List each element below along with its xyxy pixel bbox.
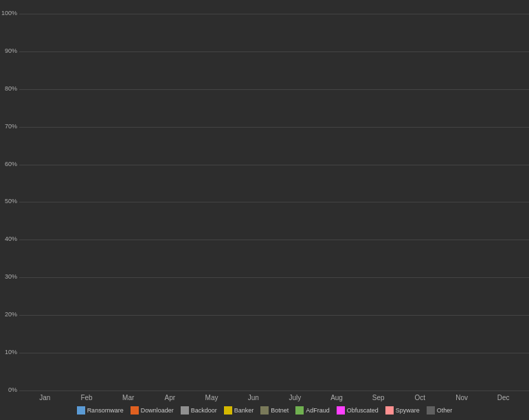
grid-label: 30% — [0, 273, 17, 280]
x-axis-label: Jan — [25, 391, 65, 404]
x-axis-label: Dec — [483, 391, 524, 404]
x-axis-label: July — [275, 391, 315, 404]
legend-label: Obfuscated — [347, 407, 379, 414]
legend-item: Downloader — [131, 406, 174, 415]
x-axis-label: Apr — [150, 391, 190, 404]
legend-label: AdFraud — [306, 407, 330, 414]
legend-color-box — [77, 406, 85, 415]
legend-color-box — [260, 406, 269, 415]
x-axis-label: May — [192, 391, 232, 404]
legend-label: Botnet — [271, 407, 289, 414]
grid-label: 50% — [0, 198, 17, 205]
grid-label: 0% — [0, 386, 17, 393]
legend-color-box — [385, 406, 394, 415]
legend-item: Ransomware — [77, 406, 124, 415]
legend-label: Backdoor — [191, 407, 217, 414]
legend-item: AdFraud — [295, 406, 330, 415]
grid-label: 60% — [0, 161, 17, 167]
grid-label: 20% — [0, 311, 17, 318]
x-axis: JanFebMarAprMayJunJulyAugSepOctNovDec — [19, 391, 529, 404]
chart-area: 100%90%80%70%60%50%40%30%20%10%0% JanFeb… — [0, 11, 529, 404]
x-axis-label: Aug — [317, 391, 357, 404]
grid-label: 80% — [0, 85, 17, 92]
x-axis-label: Oct — [400, 391, 440, 404]
legend-item: Spyware — [385, 406, 420, 415]
chart-container: 100%90%80%70%60%50%40%30%20%10%0% JanFeb… — [0, 0, 529, 420]
grid-label: 90% — [0, 47, 17, 54]
legend-item: Obfuscated — [337, 406, 379, 415]
legend-color-box — [427, 406, 435, 415]
bars-area — [19, 14, 529, 391]
grid-label: 40% — [0, 235, 17, 242]
legend-color-box — [224, 406, 232, 415]
grid-and-bars: 100%90%80%70%60%50%40%30%20%10%0% — [19, 14, 529, 391]
legend-color-box — [295, 406, 304, 415]
legend-item: Banker — [224, 406, 254, 415]
legend-item: Botnet — [260, 406, 289, 415]
legend-color-box — [181, 406, 189, 415]
legend: RansomwareDownloaderBackdoorBankerBotnet… — [0, 404, 529, 420]
x-axis-label: Sep — [358, 391, 398, 404]
grid-label: 10% — [0, 349, 17, 355]
y-axis-label — [0, 11, 19, 404]
grid-label: 100% — [0, 10, 17, 16]
grid-label: 70% — [0, 123, 17, 130]
legend-label: Downloader — [141, 407, 174, 414]
legend-label: Other — [437, 407, 453, 414]
legend-item: Backdoor — [181, 406, 217, 415]
x-axis-label: Nov — [442, 391, 482, 404]
x-axis-label: Jun — [233, 391, 273, 404]
legend-label: Spyware — [396, 407, 420, 414]
chart-inner: 100%90%80%70%60%50%40%30%20%10%0% JanFeb… — [19, 11, 529, 404]
x-axis-label: Mar — [108, 391, 148, 404]
legend-item: Other — [427, 406, 453, 415]
x-axis-label: Feb — [67, 391, 107, 404]
legend-label: Banker — [234, 407, 254, 414]
legend-label: Ransomware — [87, 407, 124, 414]
legend-color-box — [337, 406, 345, 415]
legend-color-box — [131, 406, 139, 415]
